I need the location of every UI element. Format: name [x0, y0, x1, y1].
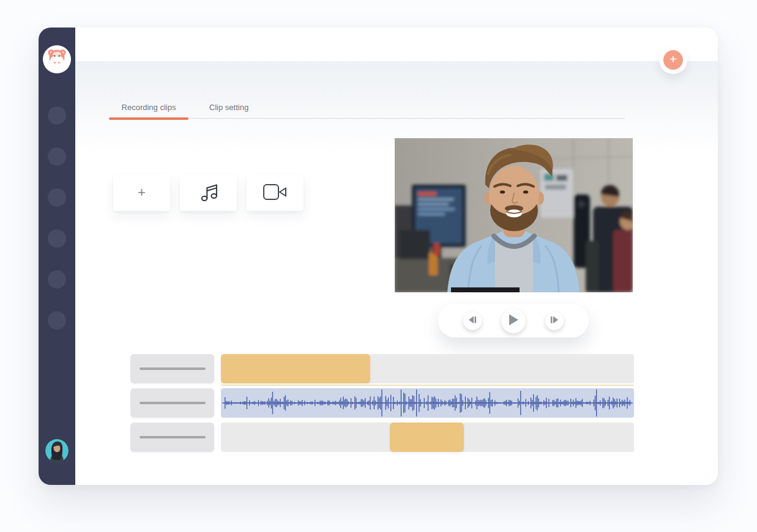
plus-icon: + [669, 53, 677, 65]
skip-forward-icon [550, 316, 559, 325]
sidebar-nav-item-4[interactable] [48, 229, 66, 248]
playback-controls [438, 304, 589, 338]
skip-forward-button[interactable] [545, 312, 564, 330]
play-button[interactable] [501, 309, 526, 333]
audio-waveform-graphic [221, 388, 634, 418]
timeline [130, 354, 634, 452]
label-placeholder-line [140, 436, 206, 438]
add-music-button[interactable] [180, 174, 237, 211]
track-lane-track-3[interactable] [221, 423, 634, 452]
video-camera-icon [261, 182, 289, 204]
plus-icon: + [138, 185, 146, 201]
timeline-row-track-1 [130, 354, 634, 383]
tab-clip-setting[interactable]: Clip setting [191, 100, 267, 118]
timeline-row-track-2 [130, 388, 634, 418]
sidebar-nav-item-2[interactable] [48, 147, 66, 166]
play-icon [509, 314, 518, 327]
track-lane-track-2[interactable] [221, 388, 634, 418]
add-new-fab-button[interactable]: + [663, 50, 683, 70]
main-panel: + Recording clips Clip setting + [75, 28, 718, 485]
timeline-row-track-3 [130, 423, 634, 452]
track-label-placeholder [130, 354, 214, 383]
track-label-placeholder [130, 423, 214, 452]
skip-back-button[interactable] [463, 312, 482, 330]
timeline-clip[interactable] [221, 354, 370, 383]
sidebar [39, 28, 75, 485]
sidebar-nav-item-3[interactable] [48, 188, 66, 207]
label-placeholder-line [140, 368, 206, 370]
fab-ring: + [659, 46, 687, 74]
sidebar-nav-item-5[interactable] [48, 270, 66, 289]
video-preview [395, 138, 633, 292]
sidebar-nav-item-1[interactable] [48, 106, 66, 125]
tab-recording-clips[interactable]: Recording clips [109, 100, 188, 118]
clip-toolbar: + [113, 174, 304, 211]
user-avatar[interactable] [45, 439, 69, 462]
track-label-placeholder [130, 388, 214, 418]
tab-bar: Recording clips Clip setting [109, 100, 267, 118]
app-window: + Recording clips Clip setting + [39, 28, 718, 485]
app-logo[interactable] [43, 45, 71, 73]
monkey-mascot-icon [45, 46, 69, 73]
skip-back-icon [468, 316, 477, 325]
track-lane-track-1[interactable] [221, 354, 634, 383]
sidebar-nav-item-6[interactable] [48, 311, 66, 330]
timeline-clip[interactable] [390, 423, 464, 452]
label-placeholder-line [140, 402, 206, 404]
header-bar [75, 28, 718, 61]
add-camera-button[interactable] [247, 174, 304, 211]
music-note-icon [197, 180, 220, 205]
add-clip-button[interactable]: + [113, 174, 170, 211]
